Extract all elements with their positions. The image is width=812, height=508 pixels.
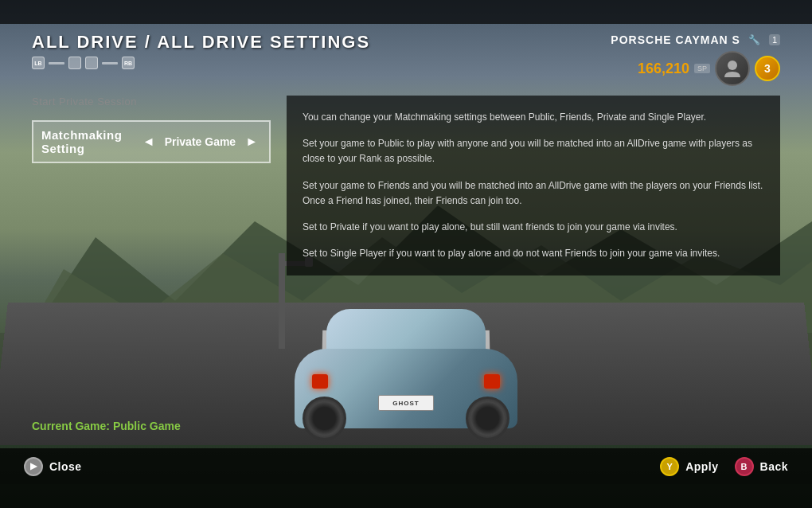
car-name-row: Porsche Cayman S 🔧 1	[611, 32, 780, 48]
sp-badge: SP	[694, 64, 710, 73]
apply-btn-icon: Y	[660, 457, 679, 476]
matchmaking-setting-row[interactable]: Matchmaking Setting ◄ Private Game ►	[32, 120, 271, 163]
empty-hint-2	[85, 57, 98, 69]
rank-badge: 3	[755, 56, 780, 81]
empty-hint-1	[68, 57, 81, 69]
avatar	[715, 51, 750, 86]
close-btn-icon: ▶	[24, 457, 43, 476]
current-game-text: Current Game: Public Game	[32, 420, 181, 432]
button-hints: LB RB	[32, 57, 370, 69]
bottom-actions-bar: ▶ Close Y Apply B Back	[0, 448, 812, 484]
apply-button[interactable]: Y Apply	[660, 457, 718, 476]
page-title: ALL DRIVE / ALL DRIVE SETTINGS	[32, 32, 370, 53]
top-bar	[0, 0, 812, 24]
left-panel: Start Private Session Matchmaking Settin…	[32, 96, 271, 275]
header: ALL DRIVE / ALL DRIVE SETTINGS LB RB Por…	[0, 24, 812, 94]
divider-hint-1	[49, 62, 64, 64]
desc-para-2: Set your game to Public to play with any…	[303, 136, 764, 166]
arrow-left-btn[interactable]: ◄	[139, 135, 158, 149]
car-visual: GHOST	[279, 285, 533, 444]
desc-para-5: Set to Single Player if you want to play…	[303, 246, 764, 261]
svg-point-3	[728, 61, 737, 70]
rb-hint: RB	[122, 57, 135, 69]
current-game-section: Current Game: Public Game	[32, 420, 181, 432]
back-btn-icon: B	[735, 457, 754, 476]
setting-label: Matchmaking Setting	[41, 128, 139, 155]
main-content: Start Private Session Matchmaking Settin…	[32, 96, 780, 275]
arrow-right-btn[interactable]: ►	[242, 135, 261, 149]
apply-label: Apply	[685, 460, 718, 473]
repair-icon: 🔧	[747, 32, 763, 48]
close-label: Close	[49, 460, 82, 473]
bottom-bar	[0, 484, 812, 508]
repair-count: 1	[769, 34, 780, 45]
right-actions: Y Apply B Back	[660, 457, 788, 476]
player-info: Porsche Cayman S 🔧 1 166,210 SP 3	[611, 32, 780, 86]
back-button[interactable]: B Back	[735, 457, 788, 476]
license-plate-text: GHOST	[392, 400, 419, 407]
setting-value: Private Game	[165, 135, 236, 148]
back-label: Back	[760, 460, 788, 473]
divider-hint-2	[102, 62, 118, 64]
car-name: Porsche Cayman S	[611, 33, 740, 46]
lb-hint: LB	[32, 57, 45, 69]
desc-para-4: Set to Private if you want to play alone…	[303, 220, 764, 235]
desc-para-1: You can change your Matchmaking settings…	[303, 110, 764, 125]
credits-row: 166,210 SP 3	[638, 51, 780, 86]
close-button[interactable]: ▶ Close	[24, 457, 82, 476]
start-private-label: Start Private Session	[32, 96, 271, 107]
credits-amount: 166,210	[638, 61, 689, 77]
desc-para-3: Set your game to Friends and you will be…	[303, 178, 764, 209]
description-panel: You can change your Matchmaking settings…	[287, 96, 780, 275]
title-section: ALL DRIVE / ALL DRIVE SETTINGS LB RB	[32, 32, 370, 69]
